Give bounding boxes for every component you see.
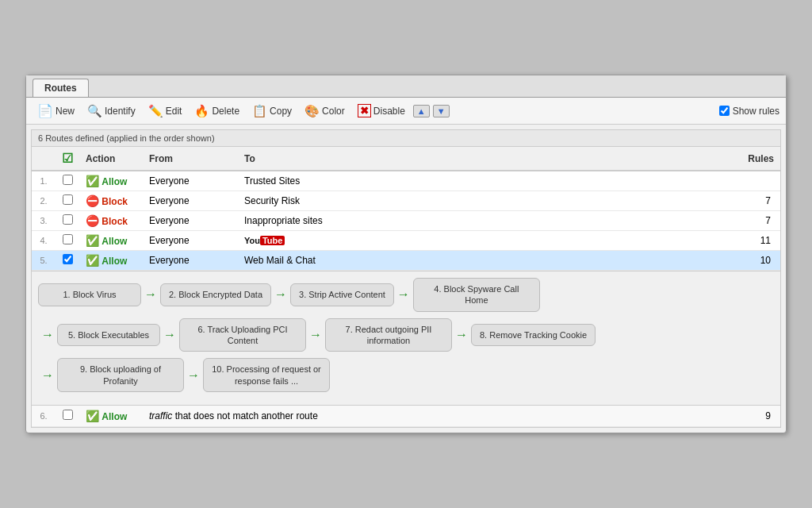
row-from: Everyone: [143, 211, 238, 231]
col-header-from: From: [143, 147, 238, 171]
color-label: Color: [322, 106, 345, 117]
rule-box[interactable]: 4. Block Spyware Call Home: [413, 278, 540, 312]
row-checkbox[interactable]: [63, 194, 73, 205]
row-from: Everyone: [143, 251, 238, 271]
rule-box[interactable]: 3. Strip Active Content: [290, 283, 394, 306]
rule-box[interactable]: 7. Redact outgoing PII information: [325, 318, 452, 352]
tab-bar: Routes: [26, 75, 786, 98]
rule-box[interactable]: 6. Track Uploading PCI Content: [179, 318, 306, 352]
row-checkbox-cell: [56, 251, 79, 271]
rule-label: 9. Block uploading of Profanity: [80, 364, 161, 385]
row-rules: 11: [741, 231, 780, 251]
show-rules-label: Show rules: [733, 106, 779, 117]
toolbar: 📄 New 🔍 Identify ✏️ Edit 🔥 Delete 📋 Copy…: [26, 98, 786, 125]
row-action: ✅ Allow: [79, 231, 143, 251]
arrow-right-icon: →: [163, 328, 176, 342]
rules-row: 1. Block Virus → 2. Block Encrypted Data…: [38, 278, 774, 312]
delete-icon: 🔥: [194, 104, 209, 118]
allow-icon: ✅: [86, 175, 99, 187]
content-area: 6 Routes defined (applied in the order s…: [31, 129, 781, 428]
move-up-button[interactable]: ▲: [413, 105, 430, 117]
row-checkbox[interactable]: [63, 254, 73, 264]
row-checkbox-cell: [56, 405, 79, 426]
arrow-right-icon: →: [41, 328, 54, 342]
row-from: Everyone: [143, 191, 238, 211]
row-rules: [741, 171, 780, 191]
edit-button[interactable]: ✏️ Edit: [144, 102, 187, 120]
row-checkbox-cell: [56, 211, 79, 231]
rule-box[interactable]: 9. Block uploading of Profanity: [57, 358, 184, 392]
disable-button[interactable]: ✖ Disable: [353, 102, 410, 119]
allow-icon: ✅: [86, 234, 99, 247]
table-row-last: 6. ✅ Allow traffic that does not match a…: [32, 405, 780, 426]
allow-icon: ✅: [86, 254, 99, 267]
row-to: Security Risk: [238, 191, 741, 211]
identify-icon: 🔍: [87, 104, 102, 118]
copy-icon: 📋: [252, 104, 267, 118]
delete-button[interactable]: 🔥 Delete: [190, 102, 244, 120]
row-checkbox[interactable]: [63, 234, 73, 244]
row-action: ⛔ Block: [79, 211, 143, 231]
rule-box[interactable]: 10. Processing of request or response fa…: [203, 358, 330, 392]
row-from: Everyone: [143, 231, 238, 251]
rule-box[interactable]: 1. Block Virus: [38, 283, 141, 306]
new-button[interactable]: 📄 New: [33, 102, 79, 120]
rules-row: → 9. Block uploading of Profanity → 10. …: [38, 358, 774, 392]
arrow-right-icon: →: [274, 287, 287, 302]
rule-label: 3. Strip Active Content: [299, 290, 385, 299]
rule-box[interactable]: 2. Block Encrypted Data: [160, 283, 271, 306]
arrow-right-icon: →: [455, 328, 468, 342]
rule-label: 10. Processing of request or response fa…: [212, 364, 321, 385]
edit-label: Edit: [166, 106, 182, 117]
rules-panel: 1. Block Virus → 2. Block Encrypted Data…: [32, 271, 780, 405]
block-icon: ⛔: [86, 214, 99, 227]
new-label: New: [56, 106, 75, 117]
action-label: Block: [102, 196, 128, 207]
col-header-rules: Rules: [741, 147, 780, 171]
row-rules: 7: [741, 211, 780, 231]
rule-label: 2. Block Encrypted Data: [169, 290, 262, 299]
color-icon: 🎨: [304, 104, 320, 118]
row-checkbox[interactable]: [63, 214, 73, 225]
action-label: Allow: [102, 256, 127, 267]
copy-label: Copy: [270, 106, 292, 117]
row-checkbox-cell: [56, 191, 79, 211]
identify-button[interactable]: 🔍 Identify: [82, 102, 140, 120]
arrow-right-icon: →: [41, 368, 54, 383]
row-num: 3.: [32, 211, 56, 231]
row-checkbox-cell: [56, 171, 79, 191]
tab-routes[interactable]: Routes: [33, 79, 89, 97]
rules-row: → 5. Block Executables → 6. Track Upload…: [38, 318, 774, 352]
row-to: Trusted Sites: [238, 171, 741, 191]
row-num: 5.: [32, 251, 56, 271]
allow-icon: ✅: [86, 410, 99, 422]
rule-box[interactable]: 5. Block Executables: [57, 324, 160, 346]
route-count: 6 Routes defined (applied in the order s…: [32, 130, 780, 147]
routes-table-container: ☑ Action From To Rules 1. ✅: [32, 147, 780, 427]
disable-icon: ✖: [358, 104, 371, 117]
select-all-icon: ☑: [62, 152, 73, 165]
rule-label: 4. Block Spyware Call Home: [434, 284, 519, 305]
col-header-num: [32, 147, 56, 171]
block-icon: ⛔: [86, 194, 99, 207]
rule-box[interactable]: 8. Remove Tracking Cookie: [471, 324, 596, 346]
row-checkbox[interactable]: [63, 410, 73, 420]
row-checkbox[interactable]: [63, 175, 73, 185]
row-checkbox-cell: [56, 231, 79, 251]
from-suffix-text: that does not match another route: [175, 410, 318, 421]
action-label: Allow: [102, 176, 127, 187]
arrow-right-icon: →: [187, 368, 200, 383]
color-button[interactable]: 🎨 Color: [300, 102, 350, 120]
row-to: Inappropriate sites: [238, 211, 741, 231]
identify-label: Identify: [105, 106, 136, 117]
show-rules-checkbox[interactable]: [719, 106, 730, 116]
move-down-button[interactable]: ▼: [433, 105, 450, 117]
new-icon: 📄: [37, 103, 53, 118]
col-header-action: Action: [79, 147, 143, 171]
last-row-table: 6. ✅ Allow traffic that does not match a…: [32, 405, 780, 427]
rule-label: 5. Block Executables: [68, 330, 149, 340]
rule-label: 6. Track Uploading PCI Content: [197, 325, 287, 345]
table-row: 4. ✅ Allow Everyone YouTube 11: [32, 231, 780, 251]
row-rules: 9: [741, 405, 780, 426]
copy-button[interactable]: 📋 Copy: [247, 102, 297, 120]
